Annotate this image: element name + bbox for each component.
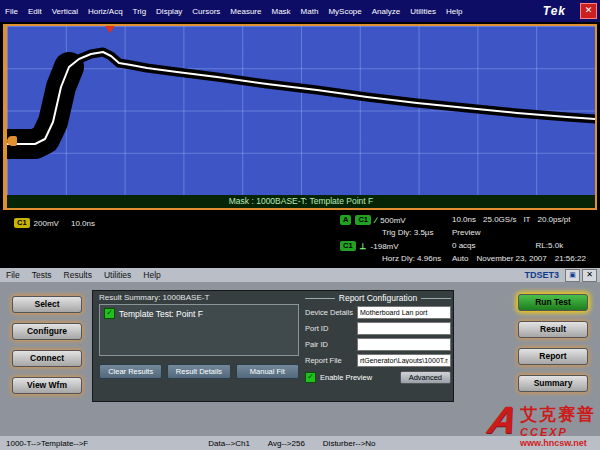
app-left-button[interactable]: View Wfm [12,377,82,394]
app-left-buttons: SelectConfigureConnectView Wfm [12,296,82,394]
waveform-window: Mask : 1000BASE-T: Template Point F [3,24,597,210]
result-summary-buttons: Clear ResultsResult DetailsManual Fit [99,364,299,379]
app-menu-item[interactable]: Results [58,270,98,280]
tdiv: 10.0ns [452,215,476,224]
result-summary: Result Summary: 1000BASE-T ✓ Template Te… [99,293,299,379]
report-field-row: Device Details [305,306,451,319]
trig-a-level: 500mV [380,216,405,225]
menu-item[interactable]: Measure [225,7,266,16]
sample-rate: 25.0GS/s [483,215,516,224]
app-right-button[interactable]: Run Test [518,294,588,311]
horiz-readout: 10.0ns 25.0GS/s IT 20.0ps/pt [452,215,570,224]
app-right-buttons: Run TestResultReportSummary [518,294,588,392]
result-summary-button[interactable]: Clear Results [99,364,162,379]
report-field-row: Report File [305,354,451,367]
report-field-input[interactable] [357,338,451,351]
trig-b-level: -198mV [371,242,399,251]
menu-item[interactable]: Utilities [405,7,441,16]
resolution: 20.0ps/pt [538,215,571,224]
app-right-button[interactable]: Report [518,348,588,365]
trig-dly-value: Trig Dly: 3.5µs [382,228,433,237]
enable-preview-row[interactable]: ✓ Enable Preview [305,372,372,383]
trig-dly-readout: Trig Dly: 3.5µs [382,228,433,237]
app-right-button[interactable]: Result [518,321,588,338]
menu-item[interactable]: Help [441,7,467,16]
report-field-label: Report File [305,356,357,365]
app-title: TDSET3 [524,270,559,280]
menu-item[interactable]: MyScope [323,7,366,16]
app-menu-item[interactable]: Tests [26,270,58,280]
app-menu-item[interactable]: File [0,270,26,280]
result-summary-button[interactable]: Manual Fit [236,364,299,379]
horz-dly-value: Horz Dly: 4.96ns [382,254,441,263]
template-test-checkbox[interactable]: ✓ [104,308,115,319]
result-summary-box: ✓ Template Test: Point F [99,304,299,356]
acq-mode: IT [523,215,530,224]
menu-item[interactable]: Analyze [367,7,405,16]
app-close-icon[interactable]: ✕ [582,269,597,282]
app-left-button[interactable]: Select [12,296,82,313]
report-field-row: Port ID [305,322,451,335]
acqs-count: 0 acqs [452,241,476,250]
time: 21:56:22 [555,254,586,263]
tdset3-app: FileTestsResultsUtilitiesHelp TDSET3 ▣ ✕… [0,268,600,450]
template-test-row[interactable]: ✓ Template Test: Point F [104,308,294,319]
tek-logo: Tek [543,4,566,18]
status-items: Data-->Ch1Avg-->256Disturber-->No [208,439,375,448]
ch1-tdiv: 10.0ns [71,219,95,228]
screen: FileEditVerticalHoriz/AcqTrigDisplayCurs… [0,0,600,450]
status-item: Data-->Ch1 [208,439,250,448]
result-summary-button[interactable]: Result Details [167,364,230,379]
scope-close-icon[interactable]: ✕ [580,3,597,19]
result-summary-title: Result Summary: 1000BASE-T [99,293,299,302]
report-field-input[interactable] [357,354,451,367]
report-field-label: Pair ID [305,340,357,349]
status-item: Avg-->256 [268,439,305,448]
enable-preview-checkbox[interactable]: ✓ [305,372,316,383]
ch1-vdiv: 200mV [34,219,59,228]
menu-item[interactable]: Vertical [47,7,83,16]
app-menus: FileTestsResultsUtilitiesHelp [0,270,167,280]
report-config-title-text: Report Configuration [339,293,417,303]
report-field-row: Pair ID [305,338,451,351]
app-left-button[interactable]: Configure [12,323,82,340]
status-left: 1000-T-->Template-->F [6,439,88,448]
report-field-label: Device Details [305,308,357,317]
app-window-icon[interactable]: ▣ [565,269,580,282]
app-right-button[interactable]: Summary [518,375,588,392]
ch1-badge: C1 [14,218,30,228]
app-menu-item[interactable]: Utilities [98,270,137,280]
trig-b-readout: C1 ⊥ -198mV [340,241,399,251]
report-field-input[interactable] [357,322,451,335]
preview-label: Preview [452,228,480,237]
mask-label: Mask : 1000BASE-T: Template Point F [7,195,595,208]
report-field-label: Port ID [305,324,357,333]
report-fields: Device Details Port ID Pair ID Report Fi… [305,306,451,367]
advanced-button[interactable]: Advanced [400,371,451,384]
status-item: Disturber-->No [323,439,376,448]
menu-item[interactable]: Trig [128,7,151,16]
menu-item[interactable]: Display [151,7,187,16]
app-statusbar: 1000-T-->Template-->F Data-->Ch1Avg-->25… [0,436,600,450]
report-config-title: Report Configuration [305,293,451,303]
trig-a-badge: A [340,215,351,225]
record-length: RL:5.0k [536,241,564,250]
menu-item[interactable]: Cursors [187,7,225,16]
trigger-position-icon[interactable] [105,26,115,33]
readout-strip: C1 200mV 10.0ns A C1 ∕ 500mV Trig Dly: 3… [0,212,600,266]
app-menubar: FileTestsResultsUtilitiesHelp TDSET3 ▣ ✕ [0,268,600,282]
enable-preview-label: Enable Preview [320,373,372,382]
menu-item[interactable]: Math [296,7,324,16]
menu-item[interactable]: Edit [23,7,47,16]
app-menu-item[interactable]: Help [137,270,166,280]
app-left-button[interactable]: Connect [12,350,82,367]
app-center-panel: Result Summary: 1000BASE-T ✓ Template Te… [92,290,454,402]
trig-a-source-badge: C1 [355,215,371,225]
date: November 23, 2007 [476,254,546,263]
datetime-readout: Auto November 23, 2007 21:56:22 [452,254,586,263]
horz-dly-readout: Horz Dly: 4.96ns [382,254,441,263]
menu-item[interactable]: Mask [266,7,295,16]
report-field-input[interactable] [357,306,451,319]
menu-item[interactable]: Horiz/Acq [83,7,128,16]
menu-item[interactable]: File [0,7,23,16]
